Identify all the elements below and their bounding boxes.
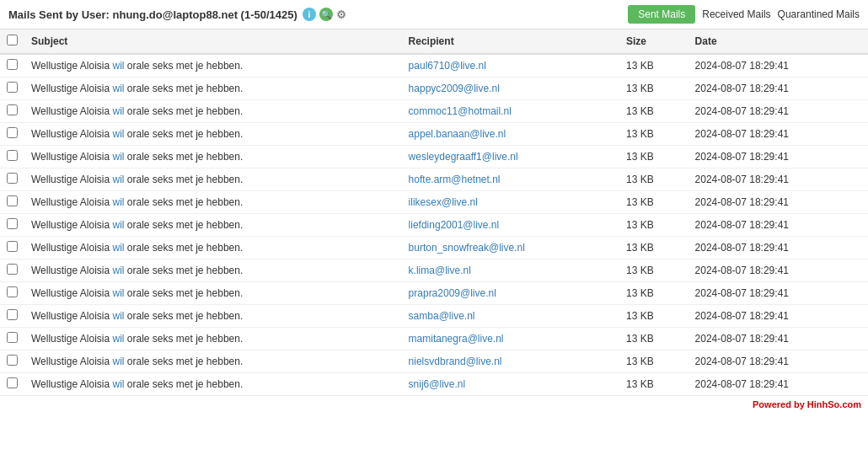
row-checkbox[interactable] <box>7 82 18 93</box>
recipient-link[interactable]: snij6@live.nl <box>409 378 466 390</box>
row-checkbox[interactable] <box>7 195 18 206</box>
subject-link[interactable]: wil <box>113 60 125 72</box>
date-cell: 2024-08-07 18:29:41 <box>689 123 868 146</box>
recipient-link[interactable]: appel.banaan@live.nl <box>409 128 506 140</box>
subject-text: Wellustige Aloisia wil orale seks met je… <box>31 105 243 117</box>
size-cell: 13 KB <box>619 237 689 259</box>
header-icon-group: i 🔍 ⚙ <box>303 8 346 21</box>
subject-link[interactable]: wil <box>113 105 125 117</box>
row-checkbox[interactable] <box>7 332 18 343</box>
date-cell: 2024-08-07 18:29:41 <box>689 78 868 100</box>
recipient-cell: burton_snowfreak@live.nl <box>402 237 619 259</box>
recipient-column-header: Recipient <box>402 29 619 54</box>
subject-text: Wellustige Aloisia wil orale seks met je… <box>31 83 243 94</box>
subject-text: Wellustige Aloisia wil orale seks met je… <box>31 265 243 276</box>
subject-link[interactable]: wil <box>113 196 125 208</box>
subject-text: Wellustige Aloisia wil orale seks met je… <box>31 174 243 185</box>
subject-text: Wellustige Aloisia wil orale seks met je… <box>31 128 243 140</box>
recipient-link[interactable]: k.lima@live.nl <box>409 265 471 276</box>
subject-cell: Wellustige Aloisia wil orale seks met je… <box>24 191 402 214</box>
subject-text: Wellustige Aloisia wil orale seks met je… <box>31 356 243 367</box>
row-checkbox[interactable] <box>7 286 18 297</box>
row-checkbox[interactable] <box>7 150 18 161</box>
recipient-link[interactable]: prapra2009@live.nl <box>409 287 496 299</box>
subject-text: Wellustige Aloisia wil orale seks met je… <box>31 378 243 390</box>
date-cell: 2024-08-07 18:29:41 <box>689 168 868 191</box>
select-all-checkbox[interactable] <box>7 35 18 45</box>
subject-link[interactable]: wil <box>113 333 125 345</box>
subject-link[interactable]: wil <box>113 174 125 185</box>
subject-link[interactable]: wil <box>113 287 125 299</box>
date-column-header: Date <box>689 29 868 54</box>
recipient-link[interactable]: paul6710@live.nl <box>409 60 486 72</box>
size-cell: 13 KB <box>619 259 689 282</box>
quarantined-mails-tab[interactable]: Quarantined Mails <box>778 8 860 20</box>
size-cell: 13 KB <box>619 373 689 396</box>
subject-cell: Wellustige Aloisia wil orale seks met je… <box>24 214 402 237</box>
received-mails-tab[interactable]: Received Mails <box>702 8 770 20</box>
subject-cell: Wellustige Aloisia wil orale seks met je… <box>24 237 402 259</box>
recipient-cell: paul6710@live.nl <box>402 54 619 78</box>
recipient-link[interactable]: mamitanegra@live.nl <box>409 333 504 345</box>
row-checkbox[interactable] <box>7 377 18 388</box>
subject-link[interactable]: wil <box>113 378 125 390</box>
recipient-link[interactable]: liefding2001@live.nl <box>409 219 500 231</box>
recipient-link[interactable]: hofte.arm@hetnet.nl <box>409 174 501 185</box>
date-cell: 2024-08-07 18:29:41 <box>689 100 868 123</box>
table-row: Wellustige Aloisia wil orale seks met je… <box>0 305 868 328</box>
subject-link[interactable]: wil <box>113 242 125 254</box>
recipient-cell: k.lima@live.nl <box>402 259 619 282</box>
subject-link[interactable]: wil <box>113 265 125 276</box>
row-checkbox[interactable] <box>7 173 18 184</box>
info-icon[interactable]: i <box>303 8 316 21</box>
table-row: Wellustige Aloisia wil orale seks met je… <box>0 373 868 396</box>
recipient-cell: nielsvdbrand@live.nl <box>402 350 619 373</box>
row-checkbox[interactable] <box>7 241 18 252</box>
date-cell: 2024-08-07 18:29:41 <box>689 328 868 350</box>
subject-link[interactable]: wil <box>113 356 125 367</box>
subject-link[interactable]: wil <box>113 310 125 322</box>
recipient-link[interactable]: commoc11@hotmail.nl <box>409 105 512 117</box>
date-cell: 2024-08-07 18:29:41 <box>689 191 868 214</box>
row-checkbox[interactable] <box>7 309 18 320</box>
recipient-link[interactable]: samba@live.nl <box>409 310 475 322</box>
date-cell: 2024-08-07 18:29:41 <box>689 373 868 396</box>
subject-link[interactable]: wil <box>113 128 125 140</box>
subject-cell: Wellustige Aloisia wil orale seks met je… <box>24 78 402 100</box>
recipient-cell: samba@live.nl <box>402 305 619 328</box>
recipient-link[interactable]: happyc2009@live.nl <box>409 83 500 94</box>
row-checkbox[interactable] <box>7 59 18 70</box>
subject-link[interactable]: wil <box>113 219 125 231</box>
date-cell: 2024-08-07 18:29:41 <box>689 146 868 168</box>
recipient-cell: hofte.arm@hetnet.nl <box>402 168 619 191</box>
subject-column-header: Subject <box>24 29 402 54</box>
table-header-row: Subject Recipient Size Date <box>0 29 868 54</box>
row-checkbox[interactable] <box>7 264 18 275</box>
subject-cell: Wellustige Aloisia wil orale seks met je… <box>24 282 402 305</box>
page-title: Mails Sent by User: nhung.do@laptop88.ne… <box>8 8 297 21</box>
magnify-icon[interactable]: 🔍 <box>319 8 333 21</box>
recipient-link[interactable]: burton_snowfreak@live.nl <box>409 242 525 254</box>
header-title-area: Mails Sent by User: nhung.do@laptop88.ne… <box>8 8 346 21</box>
gear-icon[interactable]: ⚙ <box>336 8 346 21</box>
subject-cell: Wellustige Aloisia wil orale seks met je… <box>24 373 402 396</box>
table-row: Wellustige Aloisia wil orale seks met je… <box>0 259 868 282</box>
row-checkbox[interactable] <box>7 218 18 229</box>
size-cell: 13 KB <box>619 305 689 328</box>
recipient-cell: appel.banaan@live.nl <box>402 123 619 146</box>
row-checkbox[interactable] <box>7 127 18 138</box>
date-cell: 2024-08-07 18:29:41 <box>689 237 868 259</box>
subject-link[interactable]: wil <box>113 151 125 163</box>
date-cell: 2024-08-07 18:29:41 <box>689 282 868 305</box>
recipient-cell: ilikesex@live.nl <box>402 191 619 214</box>
recipient-cell: prapra2009@live.nl <box>402 282 619 305</box>
subject-cell: Wellustige Aloisia wil orale seks met je… <box>24 54 402 78</box>
row-checkbox[interactable] <box>7 355 18 366</box>
recipient-link[interactable]: ilikesex@live.nl <box>409 196 478 208</box>
recipient-link[interactable]: wesleydegraaff1@live.nl <box>409 151 518 163</box>
subject-link[interactable]: wil <box>113 83 125 94</box>
subject-cell: Wellustige Aloisia wil orale seks met je… <box>24 100 402 123</box>
sent-mails-tab[interactable]: Sent Mails <box>628 5 695 24</box>
recipient-link[interactable]: nielsvdbrand@live.nl <box>409 356 502 367</box>
row-checkbox[interactable] <box>7 104 18 115</box>
